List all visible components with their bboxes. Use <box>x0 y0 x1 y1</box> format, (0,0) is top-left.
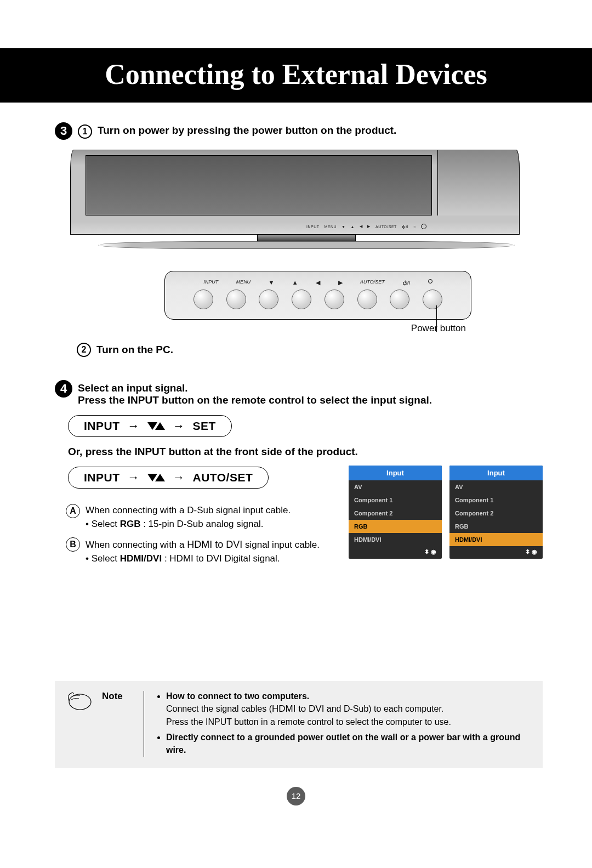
osd-item-component1: Component 1 <box>349 493 442 507</box>
input-autoset-sequence: INPUT → → AUTO/SET <box>68 467 269 489</box>
note-divider <box>144 691 144 757</box>
step-4: 4 Select an input signal. Press the INPU… <box>55 382 543 406</box>
option-a-badge: A <box>66 504 80 518</box>
panel-autoset-button <box>390 290 409 309</box>
panel-down-button <box>259 290 278 309</box>
page-content: 3 1 Turn on power by pressing the power … <box>0 103 592 566</box>
mouse-icon <box>66 690 92 711</box>
panel-up-button <box>292 290 311 309</box>
panel-right-button <box>357 290 377 309</box>
note-box: Note How to connect to two computers. Co… <box>55 681 543 768</box>
osd-item-component2: Component 2 <box>349 507 442 520</box>
step-3: 3 1 Turn on power by pressing the power … <box>55 124 543 140</box>
step3-sub1-text: Turn on power by pressing the power butt… <box>98 124 396 137</box>
step3-sub2-badge: 2 <box>77 343 91 357</box>
page-number-badge: 12 <box>287 787 305 805</box>
osd-header: Input <box>349 466 442 480</box>
step3-sub2-text: Turn on the PC. <box>96 344 173 356</box>
osd-item-component2: Component 2 <box>449 507 543 520</box>
osd-item-component1: Component 1 <box>449 493 543 507</box>
step4-heading: Select an input signal. Press the INPUT … <box>78 382 432 406</box>
osd-header: Input <box>449 466 543 480</box>
manual-page: Connecting to External Devices 3 1 Turn … <box>0 48 592 868</box>
panel-input-button <box>193 290 213 309</box>
panel-menu-button <box>226 290 246 309</box>
page-title: Connecting to External Devices <box>0 58 592 90</box>
monitor-illustration: INPUT MENU ▼ ▲ ◀ ▶ AUTO/SET ⏻/I ○ <box>70 150 543 249</box>
step3-sub2: 2 Turn on the PC. <box>77 343 543 357</box>
osd-item-hdmidvi: HDMI/DVI <box>349 533 442 546</box>
option-a: A When connecting with a D-Sub signal in… <box>66 504 338 531</box>
note-label: Note <box>102 690 132 702</box>
arrow-right-icon: → <box>128 419 140 433</box>
osd-item-av: AV <box>449 480 543 493</box>
osd-item-rgb: RGB <box>449 520 543 533</box>
step4-line3: Or, press the INPUT button at the front … <box>68 446 543 458</box>
up-arrow-icon <box>155 422 165 430</box>
osd-menu-hdmidvi: Input AV Component 1 Component 2 RGB HDM… <box>449 466 543 559</box>
power-button-caption: Power button <box>164 323 471 334</box>
input-set-sequence: INPUT → → SET <box>68 415 232 437</box>
osd-footer: ⬍ ◉ <box>349 546 442 559</box>
panel-power-button <box>423 290 442 309</box>
arrow-right-icon: → <box>128 470 140 485</box>
power-led-icon <box>421 224 426 229</box>
panel-power-led-icon <box>428 279 432 283</box>
monitor-button-strip: INPUT MENU ▼ ▲ ◀ ▶ AUTO/SET ⏻/I ○ <box>306 224 426 229</box>
osd-item-av: AV <box>349 480 442 493</box>
option-b-badge: B <box>66 537 80 552</box>
step4-badge: 4 <box>55 380 72 398</box>
up-arrow-icon <box>155 474 165 481</box>
step3-sub1-badge: 1 <box>78 124 92 139</box>
step3-badge: 3 <box>55 122 72 140</box>
panel-left-button <box>325 290 344 309</box>
page-header: Connecting to External Devices <box>0 48 592 103</box>
osd-item-rgb-selected: RGB <box>349 520 442 533</box>
osd-menu-rgb: Input AV Component 1 Component 2 RGB HDM… <box>349 466 442 559</box>
option-b: B When connecting with a HDMI to DVI sig… <box>66 537 338 565</box>
svg-point-0 <box>69 694 91 710</box>
arrow-right-icon: → <box>173 470 185 485</box>
button-panel-illustration: INPUT MENU ▼ ▲ ◀ ▶ AUTO/SET ⏻/I <box>164 271 471 334</box>
arrow-right-icon: → <box>173 419 185 433</box>
note-list: How to connect to two computers. Connect… <box>156 690 532 758</box>
power-button-pointer-line <box>436 305 437 332</box>
osd-footer: ⬍ ◉ <box>449 546 543 559</box>
osd-item-hdmidvi-selected: HDMI/DVI <box>449 533 543 546</box>
